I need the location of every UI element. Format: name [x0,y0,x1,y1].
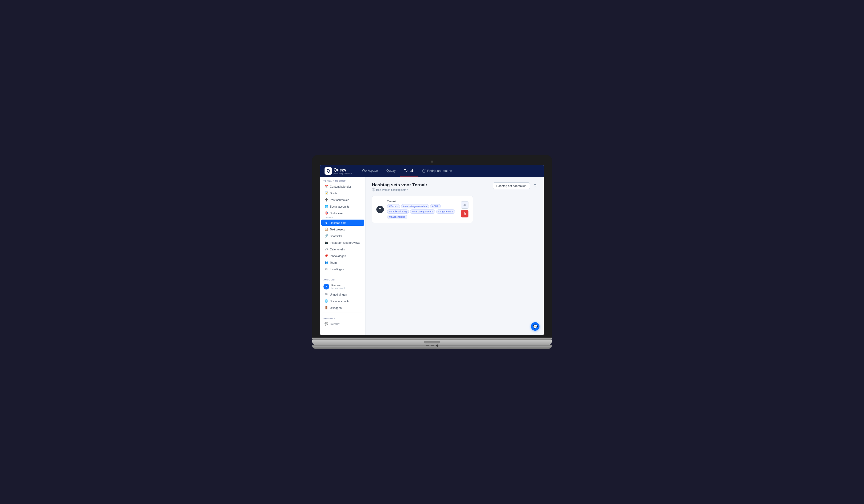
sidebar-item-uitnodigingen[interactable]: ✉ Uitnodigingen [321,291,364,297]
hashtag-tag: #engagement [436,209,455,214]
sidebar-item-label-post-aanmaken: Post aanmaken [330,198,349,201]
shortlinks-icon: 🔗 [325,234,328,238]
instagram-icon: 📷 [325,241,328,244]
hashtag-tag: #marketingautomation [401,204,429,208]
hashtag-icon: # [325,221,328,224]
sidebar-item-text-presets[interactable]: 📋 Text presets [321,226,364,232]
inhaakdagen-icon: 📌 [325,254,328,258]
settings-gear-button[interactable]: ⚙ [531,182,538,189]
sidebar-item-label-uitnodigingen: Uitnodigingen [330,293,347,296]
sidebar-item-label-social-accounts-account: Social accounts [330,299,349,303]
post-icon: ➕ [325,198,328,201]
logo-area: Q Quezy powered by TERNAIR [325,167,352,175]
logout-icon: 🚪 [325,306,328,309]
social-accounts-icon: 🌐 [325,299,328,303]
sidebar-item-label-social-accounts: Social accounts [330,205,349,208]
sidebar-item-instagram-feed[interactable]: 📷 Instagram feed previews [321,239,364,246]
port-2 [431,345,434,346]
sidebar-item-social-accounts[interactable]: 🌐 Social accounts [321,204,364,209]
logo-icon: Q [325,167,332,175]
sidebar-item-uitloggen[interactable]: 🚪 Uitloggen [321,305,364,311]
chat-bubble-button[interactable]: 💬 [531,322,539,331]
sidebar-item-instellingen[interactable]: ⚙ Instellingen [321,266,364,272]
hashtag-company-name: Ternair [387,200,458,203]
sidebar-item-hashtag-sets[interactable]: # Hashtag sets [321,220,364,226]
sidebar-item-label-instellingen: Instellingen [330,268,344,271]
laptop-notch [424,341,440,343]
avatar: E [323,284,329,290]
account-name: Esmee [332,284,345,287]
nav-tab-quezy[interactable]: Quezy [383,165,399,177]
create-circle-icon: + [422,169,426,173]
logo-powered: powered by TERNAIR [334,173,352,174]
nav-tab-create-company[interactable]: + Bedrijf aanmaken [419,165,456,177]
sidebar-item-categorieen[interactable]: 🏷 Categorieën [321,246,364,252]
sidebar-item-inhaakdagen[interactable]: 📌 Inhaakdagen [321,253,364,259]
social-icon: 🌐 [325,205,328,208]
hashtag-tag: #Ternair [387,204,400,208]
livechat-icon: 💬 [325,322,328,325]
sidebar-item-statistieken[interactable]: 🎯 Statistieken [321,210,364,216]
port-3 [436,344,439,347]
sidebar-item-livechat[interactable]: 💬 Livechat [321,321,364,327]
nav-tabs: Workspace Quezy Ternair + Bedrijf aanmak… [358,165,456,177]
sidebar-item-shortlinks[interactable]: 🔗 Shortlinks [321,233,364,239]
hashtag-card: T Ternair #Ternair #marketingautomation … [372,196,473,223]
laptop-base [312,340,552,345]
port-1 [425,345,429,346]
sidebar-support-section-label: SUPPORT [320,315,365,321]
logo-text: Quezy [334,168,346,172]
team-icon: 👥 [325,261,328,264]
nav-tab-workspace[interactable]: Workspace [358,165,382,177]
top-navigation: Q Quezy powered by TERNAIR Workspace Que… [320,165,544,177]
sidebar-item-post-aanmaken[interactable]: ➕ Post aanmaken [321,197,364,203]
laptop-feet [312,346,552,349]
category-icon: 🏷 [325,247,328,251]
sidebar: TERNAIR BEDRIJF 📅 Content kalender 📝 Dra… [320,177,365,335]
screen: Q Quezy powered by TERNAIR Workspace Que… [320,165,544,335]
hashtag-tag: #CDP [430,204,441,208]
sidebar-divider-2 [323,312,362,313]
content-area: Hashtag sets voor Ternair i Hoe werken h… [365,177,544,335]
sidebar-item-label-inhaakdagen: Inhaakdagen [330,254,346,258]
hashtag-tag: #emailmarketing [387,209,409,214]
settings-icon: ⚙ [325,267,328,271]
stats-icon: 🎯 [325,211,328,215]
sidebar-item-label-categorieen: Categorieën [330,248,345,251]
nav-tab-ternair[interactable]: Ternair [400,165,418,177]
camera-notch [431,161,433,163]
edit-hashtag-button[interactable]: ✏ [461,201,468,209]
logo-q: Q [327,169,330,173]
hashtag-actions: ✏ 🗑 [461,201,468,218]
sidebar-item-drafts[interactable]: 📝 Drafts [321,190,364,196]
create-hashtag-set-button[interactable]: Hashtag set aanmaken [493,182,530,189]
sidebar-item-content-calendar[interactable]: 📅 Content kalender [321,183,364,189]
hashtag-tag: #leadgeneratie [387,215,407,219]
sidebar-item-label-shortlinks: Shortlinks [330,234,342,238]
info-icon: i [372,188,375,192]
calendar-icon: 📅 [325,185,328,188]
delete-hashtag-button[interactable]: 🗑 [461,210,468,218]
main-layout: TERNAIR BEDRIJF 📅 Content kalender 📝 Dra… [320,177,544,335]
account-info: Esmee Mijn account [332,284,345,290]
laptop-hinge [312,337,552,340]
sidebar-company-section-label: TERNAIR BEDRIJF [320,177,365,183]
hashtag-tag: #marketingsoftware [410,209,435,214]
hashtag-tags: #Ternair #marketingautomation #CDP #emai… [387,204,458,219]
drafts-icon: 📝 [325,192,328,195]
hashtag-content: Ternair #Ternair #marketingautomation #C… [387,200,458,219]
sidebar-item-label-team: Team [330,261,337,264]
sidebar-item-label-hashtag-sets: Hashtag sets [330,221,346,224]
account-sub: Mijn account [332,287,345,290]
sidebar-item-label-livechat: Livechat [330,322,340,325]
sidebar-item-label-text-presets: Text presets [330,228,345,231]
sidebar-divider-1 [323,274,362,274]
uitnodigingen-icon: ✉ [325,293,328,296]
sidebar-item-label-statistieken: Statistieken [330,212,344,215]
account-user[interactable]: E Esmee Mijn account [320,282,365,291]
text-presets-icon: 📋 [325,228,328,231]
sidebar-item-social-accounts-account[interactable]: 🌐 Social accounts [321,298,364,304]
sidebar-item-team[interactable]: 👥 Team [321,259,364,266]
company-avatar: T [376,206,384,213]
sidebar-item-label-content-calendar: Content kalender [330,185,351,188]
